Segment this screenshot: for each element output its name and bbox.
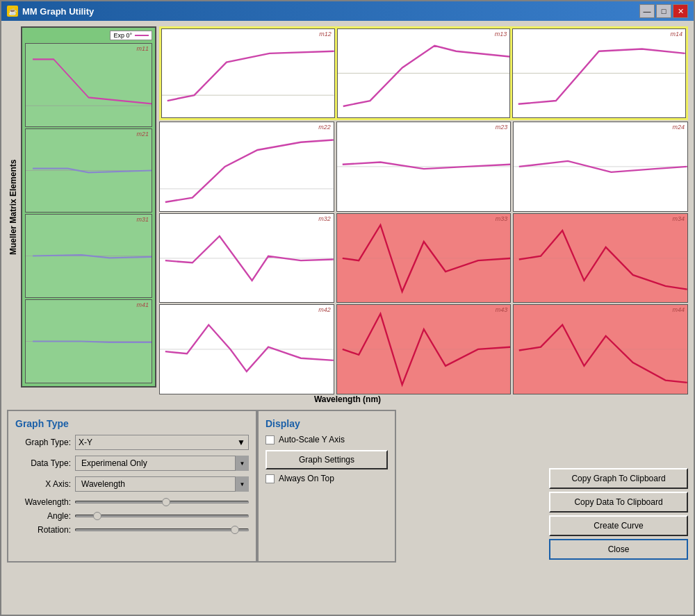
- data-type-label: Data Type:: [15, 458, 71, 468]
- data-type-row: Data Type: Experimenal Only ▼: [15, 456, 249, 471]
- close-window-button[interactable]: ✕: [673, 4, 688, 18]
- x-axis-select-wrapper[interactable]: Wavelength ▼: [75, 476, 249, 492]
- angle-row: Angle:: [15, 511, 249, 521]
- auto-scale-row: Auto-Scale Y Axis: [265, 435, 388, 444]
- m13-label: m13: [495, 31, 507, 38]
- window-title: MM Graph Utility: [22, 6, 94, 17]
- rotation-slider-thumb[interactable]: [231, 526, 239, 534]
- m43-label: m43: [496, 306, 508, 313]
- rotation-label: Rotation:: [15, 525, 71, 535]
- angle-slider-thumb[interactable]: [93, 512, 101, 520]
- app-icon: ☕: [7, 6, 18, 17]
- graph-cell-m42: m42: [159, 304, 334, 394]
- graph-area: Mueller Matrix Elements Exp 0° m11: [7, 26, 688, 388]
- title-bar: ☕ MM Graph Utility — □ ✕: [1, 1, 694, 21]
- graph-cell-m22: m22: [159, 122, 334, 212]
- x-axis-select[interactable]: Wavelength: [75, 476, 249, 492]
- m33-label: m33: [496, 215, 508, 222]
- title-controls: — □ ✕: [639, 4, 688, 18]
- maximize-button[interactable]: □: [656, 4, 671, 18]
- graph-cell-m34: m34: [513, 213, 688, 303]
- m31-label: m31: [136, 216, 149, 223]
- main-window: ☕ MM Graph Utility — □ ✕ Mueller Matrix …: [0, 0, 695, 616]
- bottom-controls: Graph Type Graph Type: X-Y ▼ Data Type: …: [7, 410, 688, 563]
- legend-box: Exp 0°: [110, 31, 152, 40]
- graph-type-static: X-Y ▼: [75, 435, 249, 450]
- right-grid: m12 m13: [159, 26, 688, 388]
- x-axis-form-label: X Axis:: [15, 479, 71, 489]
- always-on-top-label: Always On Top: [279, 474, 334, 483]
- grid-row-2: m22 m23: [159, 122, 688, 212]
- content-area: Mueller Matrix Elements Exp 0° m11: [1, 21, 694, 615]
- m42-label: m42: [318, 306, 331, 313]
- create-curve-button[interactable]: Create Curve: [549, 515, 688, 536]
- auto-scale-checkbox[interactable]: [265, 435, 275, 444]
- angle-slider-track[interactable]: [75, 515, 249, 517]
- m24-label: m24: [673, 124, 685, 131]
- copy-graph-button[interactable]: Copy Graph To Clipboard: [549, 468, 688, 489]
- rotation-slider-track[interactable]: [75, 528, 249, 531]
- graph-cell-m43: m43: [336, 304, 512, 394]
- graph-settings-button[interactable]: Graph Settings: [265, 450, 388, 469]
- angle-label: Angle:: [15, 511, 71, 521]
- m14-label: m14: [671, 31, 683, 38]
- graph-cell-m31: m31: [25, 214, 152, 298]
- graph-type-title: Graph Type: [15, 418, 249, 429]
- m32-label: m32: [318, 215, 331, 222]
- graph-cell-m21: m21: [25, 128, 152, 213]
- m44-label: m44: [673, 306, 685, 313]
- m34-label: m34: [673, 215, 685, 222]
- graph-cell-m14: m14: [512, 28, 686, 118]
- close-button[interactable]: Close: [549, 539, 688, 560]
- graph-type-row: Graph Type: X-Y ▼: [15, 435, 249, 450]
- graph-cell-m11: m11: [25, 43, 152, 127]
- x-axis-row: X Axis: Wavelength ▼: [15, 476, 249, 492]
- wavelength-slider-track[interactable]: [75, 501, 249, 503]
- auto-scale-label: Auto-Scale Y Axis: [279, 435, 345, 444]
- grid-row-4: m42 m43: [159, 304, 688, 394]
- rotation-row: Rotation:: [15, 525, 249, 535]
- minimize-button[interactable]: —: [639, 4, 655, 18]
- x-axis-label: Wavelength (nm): [7, 393, 688, 404]
- legend-label: Exp 0°: [113, 32, 132, 39]
- graph-type-panel: Graph Type Graph Type: X-Y ▼ Data Type: …: [7, 410, 257, 563]
- right-buttons: Copy Graph To Clipboard Copy Data To Cli…: [549, 410, 688, 563]
- m21-label: m21: [136, 131, 149, 138]
- always-on-top-row: Always On Top: [265, 474, 388, 483]
- always-on-top-checkbox[interactable]: [265, 474, 275, 483]
- title-bar-left: ☕ MM Graph Utility: [7, 6, 94, 17]
- legend-row: Exp 0°: [25, 31, 152, 40]
- graph-cell-m13: m13: [337, 28, 511, 118]
- graph-cell-m24: m24: [513, 122, 688, 212]
- display-title: Display: [265, 418, 388, 429]
- m12-label: m12: [319, 31, 332, 38]
- wavelength-slider-thumb[interactable]: [162, 498, 170, 506]
- m23-label: m23: [496, 124, 508, 131]
- graph-cell-m12: m12: [161, 28, 335, 118]
- left-panel: Mueller Matrix Elements Exp 0° m11: [7, 26, 156, 388]
- copy-data-button[interactable]: Copy Data To Clipboard: [549, 492, 688, 513]
- graph-type-label: Graph Type:: [15, 438, 71, 447]
- wavelength-label: Wavelength:: [15, 497, 71, 507]
- graph-cell-m32: m32: [159, 213, 334, 303]
- y-axis-label: Mueller Matrix Elements: [7, 26, 19, 388]
- display-panel: Display Auto-Scale Y Axis Graph Settings…: [257, 410, 396, 563]
- m11-label: m11: [136, 45, 149, 52]
- wavelength-row: Wavelength:: [15, 497, 249, 507]
- grid-row-1: m12 m13: [159, 26, 688, 120]
- graph-cell-m44: m44: [513, 304, 688, 394]
- left-graphs: Exp 0° m11 m21: [21, 26, 156, 388]
- graph-cell-m23: m23: [336, 122, 512, 212]
- data-type-select-wrapper[interactable]: Experimenal Only ▼: [75, 456, 249, 471]
- m22-label: m22: [318, 124, 331, 131]
- legend-line: [135, 35, 149, 36]
- graph-cell-m33: m33: [336, 213, 512, 303]
- data-type-select[interactable]: Experimenal Only: [75, 456, 249, 471]
- grid-row-3: m32 m33: [159, 213, 688, 303]
- graph-cell-m41: m41: [25, 299, 152, 383]
- m41-label: m41: [136, 301, 149, 308]
